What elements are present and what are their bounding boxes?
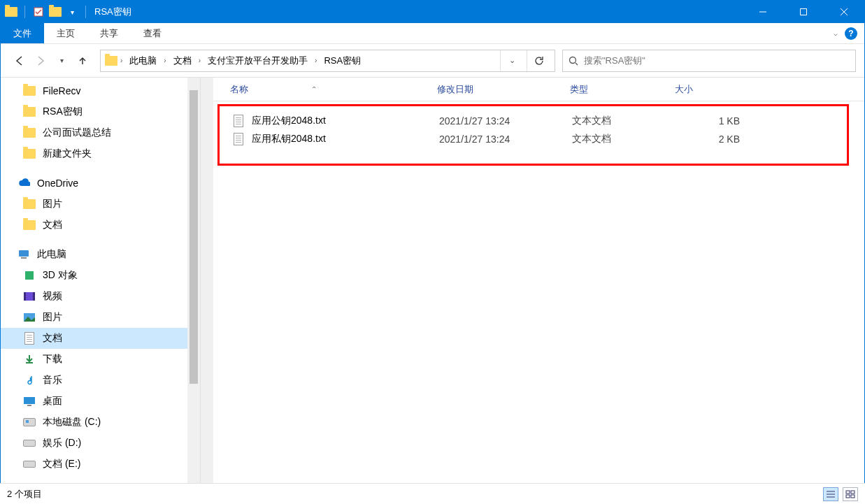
search-input[interactable] — [584, 55, 850, 66]
file-type: 文本文档 — [565, 115, 670, 127]
qat-divider — [24, 6, 25, 18]
tree-label: 文档 — [43, 219, 62, 231]
svg-rect-7 — [19, 250, 29, 257]
col-size-header[interactable]: 大小 — [668, 83, 738, 96]
svg-rect-21 — [851, 491, 855, 494]
tree-item[interactable]: 音乐 — [1, 370, 187, 391]
tree-item[interactable]: 新建文件夹 — [1, 143, 187, 164]
pc-icon — [17, 248, 30, 261]
breadcrumb-seg[interactable]: 文档 — [169, 53, 196, 69]
tree-label: 新建文件夹 — [43, 147, 92, 160]
tree-item[interactable]: 娱乐 (D:) — [1, 433, 187, 454]
ribbon-expand-icon[interactable]: ⌵ — [834, 29, 838, 37]
tree-onedrive[interactable]: OneDrive — [1, 173, 187, 194]
tree-label: OneDrive — [37, 178, 78, 189]
addr-folder-icon — [105, 55, 117, 67]
minimize-button[interactable] — [743, 1, 783, 23]
folder-icon — [23, 127, 36, 139]
breadcrumb-seg[interactable]: 支付宝开放平台开发助手 — [203, 53, 312, 69]
scrollbar-thumb[interactable] — [190, 90, 198, 384]
tree-item[interactable]: 文档 — [1, 215, 187, 236]
ribbon: 文件 主页 共享 查看 ⌵ ? — [1, 23, 864, 44]
col-type-header[interactable]: 类型 — [563, 83, 668, 96]
tree-scrollbar[interactable] — [187, 78, 200, 484]
tree-thispc[interactable]: 此电脑 — [1, 244, 187, 265]
tab-home[interactable]: 主页 — [44, 23, 87, 43]
file-name: 应用公钥2048.txt — [252, 115, 326, 127]
folder-icon — [23, 219, 36, 231]
back-button[interactable] — [13, 55, 26, 67]
tree-item[interactable]: 图片 — [1, 307, 187, 328]
tab-file[interactable]: 文件 — [1, 23, 44, 43]
svg-rect-8 — [21, 257, 27, 259]
forward-button[interactable] — [34, 55, 47, 67]
tree-item[interactable]: FileRecv — [1, 80, 187, 101]
chevron-right-icon[interactable]: › — [197, 57, 202, 64]
desktop-icon — [23, 395, 36, 408]
nav-row: ▾ › 此电脑 › 文档 › 支付宝开放平台开发助手 › RSA密钥 ⌄ — [1, 44, 864, 78]
chevron-right-icon[interactable]: › — [313, 57, 318, 64]
chevron-right-icon[interactable]: › — [119, 57, 124, 64]
tree-label: 桌面 — [43, 395, 62, 408]
chevron-right-icon[interactable]: › — [162, 57, 167, 64]
file-date: 2021/1/27 13:24 — [439, 115, 565, 127]
tree-item[interactable]: 3D 对象 — [1, 265, 187, 286]
tab-share[interactable]: 共享 — [87, 23, 131, 43]
tree-item-documents[interactable]: 文档 — [1, 328, 187, 349]
tab-view[interactable]: 查看 — [131, 23, 174, 43]
addr-dropdown-icon[interactable]: ⌄ — [500, 50, 524, 71]
qat-dropdown-icon[interactable]: ▾ — [66, 6, 78, 18]
svg-rect-15 — [24, 397, 35, 404]
icons-view-button[interactable] — [843, 487, 858, 501]
tree-label: FileRecv — [43, 85, 80, 96]
maximize-button[interactable] — [783, 1, 824, 23]
tree-label: 娱乐 (D:) — [43, 437, 81, 449]
refresh-button[interactable] — [527, 50, 550, 71]
svg-rect-11 — [24, 292, 26, 301]
help-icon[interactable]: ? — [845, 27, 857, 40]
file-date: 2021/1/27 13:24 — [439, 134, 565, 145]
col-name-header[interactable]: 名称⌃ — [213, 83, 437, 96]
titlebar: ▾ RSA密钥 — [1, 1, 864, 23]
tree-item[interactable]: 视频 — [1, 286, 187, 307]
tree-item[interactable]: 桌面 — [1, 391, 187, 412]
properties-icon[interactable] — [32, 6, 45, 18]
file-row[interactable]: 应用公钥2048.txt 2021/1/27 13:24 文本文档 1 KB — [220, 112, 847, 130]
search-box[interactable] — [562, 50, 856, 72]
address-bar[interactable]: › 此电脑 › 文档 › 支付宝开放平台开发助手 › RSA密钥 ⌄ — [100, 50, 555, 72]
details-view-button[interactable] — [823, 487, 838, 501]
new-folder-icon[interactable] — [49, 6, 62, 18]
tree-label: RSA密钥 — [43, 106, 83, 118]
close-button[interactable] — [824, 1, 864, 23]
tree-item[interactable]: 下载 — [1, 349, 187, 370]
tree-label: 文档 — [43, 332, 62, 345]
svg-rect-20 — [846, 491, 850, 494]
item-count: 2 个项目 — [7, 488, 42, 501]
tree-item[interactable]: 图片 — [1, 194, 187, 215]
svg-point-5 — [570, 57, 576, 63]
file-size: 1 KB — [670, 115, 740, 127]
tree-item[interactable]: 公司面试题总结 — [1, 122, 187, 143]
window-title: RSA密钥 — [89, 6, 743, 18]
recent-dropdown-icon[interactable]: ▾ — [55, 55, 68, 67]
file-size: 2 KB — [670, 134, 740, 145]
tree-item[interactable]: RSA密钥 — [1, 101, 187, 122]
svg-rect-16 — [27, 405, 31, 406]
download-icon — [23, 353, 36, 366]
tree-label: 音乐 — [43, 374, 62, 387]
tree-label: 文档 (E:) — [43, 458, 80, 470]
drive-icon — [23, 416, 36, 429]
tree-label: 本地磁盘 (C:) — [43, 416, 101, 429]
folder-icon — [23, 85, 36, 97]
file-row[interactable]: 应用私钥2048.txt 2021/1/27 13:24 文本文档 2 KB — [220, 130, 847, 148]
tree-item[interactable]: 文档 (E:) — [1, 454, 187, 475]
spacer-scroll — [201, 78, 213, 484]
tree-label: 此电脑 — [37, 248, 66, 261]
col-date-header[interactable]: 修改日期 — [437, 83, 563, 96]
text-file-icon — [232, 133, 245, 145]
up-button[interactable] — [76, 55, 89, 67]
tree-label: 公司面试题总结 — [43, 127, 111, 139]
breadcrumb-seg[interactable]: 此电脑 — [125, 53, 161, 69]
tree-item[interactable]: 本地磁盘 (C:) — [1, 412, 187, 433]
breadcrumb-seg[interactable]: RSA密钥 — [320, 53, 365, 69]
